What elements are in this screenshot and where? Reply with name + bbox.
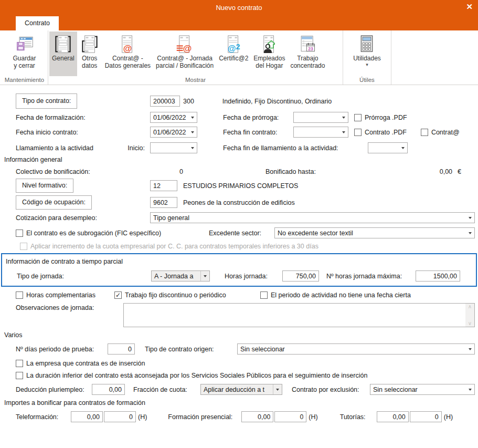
trabajo-fijo-label: Trabajo fijo discontinuo o periódico [125,291,260,299]
dropdown-arrow-icon[interactable] [465,384,474,394]
llamamiento-label: Llamamiento a la actividad [16,144,93,152]
dropdown-arrow-icon[interactable] [339,127,348,137]
cotizacion-combo[interactable]: Tipo general [150,212,475,223]
dropdown-arrow-icon[interactable] [465,213,474,223]
tipo-jornada-combo[interactable]: A - Jornada a [151,270,210,282]
save-icon [15,34,35,55]
horas-jornada-label: Horas jornada: [225,273,282,280]
tiempo-parcial-highlight-box: Información de contrato a tiempo parcial… [1,253,477,287]
dropdown-arrow-icon[interactable] [188,143,197,153]
dias-prueba-input[interactable] [108,343,135,355]
tutorias-horas-input[interactable] [410,411,442,422]
checkbox-trabajo-fijo[interactable]: ✓ [114,291,122,299]
fecha-inicio-label: Fecha inicio contrato: [0,129,150,136]
dropdown-arrow-icon[interactable] [398,143,407,153]
dropdown-arrow-icon[interactable] [200,271,209,281]
dropdown-arrow-icon[interactable] [465,344,474,354]
checkbox-horas-complementarias[interactable] [16,291,23,299]
dropdown-arrow-icon[interactable] [339,112,348,122]
formacion-presencial-importe-input[interactable] [241,411,273,422]
tipo-contrato-code-input[interactable] [150,96,180,107]
ribbon-button-contrata-datos-generales[interactable]: @ Contrat@ - Datos generales [102,32,153,76]
certifica2-icon: @ 2 [224,34,243,55]
contrata-jornada-icon: @ [175,34,195,55]
ribbon-button-contrata-jornada-parcial[interactable]: @ Contrat@ - Jornada parcial / Bonificac… [153,32,216,76]
deduccion-label: Deducción pluriempleo: [0,386,92,393]
tutorias-importe-input[interactable] [377,411,409,422]
dropdown-arrow-icon[interactable] [188,112,197,122]
save-and-close-button[interactable]: Guardar y cerrar [10,32,38,76]
dropdown-arrow-icon[interactable] [465,228,474,238]
contrata-datos-icon: @ [118,34,137,55]
ribbon-button-label: datos [82,62,97,69]
horas-jornada-input[interactable] [282,270,319,282]
nivel-formativo-desc: ESTUDIOS PRIMARIOS COMPLETOS [183,182,298,190]
fecha-formalizacion-combo[interactable]: 01/06/2022 [150,112,197,123]
utilidades-button[interactable]: Utilidades ▾ [350,32,384,76]
ribbon-button-label: y cerrar [14,62,35,69]
section-importes-bonificar: Importes a bonificar para contratos de f… [4,399,478,407]
codigo-ocupacion-button[interactable]: Código de ocupación: [16,195,92,210]
svg-text:@: @ [183,44,192,54]
nivel-formativo-button[interactable]: Nivel formativo: [16,179,73,193]
dropdown-arrow-icon[interactable] [273,384,282,394]
ribbon-button-general[interactable]: General [49,32,77,76]
checkbox-empresa-insercion[interactable] [16,360,23,367]
checkmark: ✓ [115,292,121,298]
checkbox-contrat-arroba[interactable] [421,129,428,136]
ribbon-button-label: Trabajo [297,55,318,62]
dias-prueba-label: Nº días periodo de prueba: [0,346,108,353]
ribbon-button-label: Guardar [13,55,36,62]
formacion-presencial-label: Formación presencial: [168,413,241,421]
excedente-combo[interactable]: No excedente sector textil [274,227,475,238]
nivel-formativo-input[interactable] [150,180,177,191]
checkbox-duracion-inferior[interactable] [16,372,23,379]
prorroga-pdf-label: Prórroga .PDF [365,114,407,121]
dropdown-arrow-icon[interactable] [188,127,197,137]
ribbon-button-label: concentrado [290,62,325,69]
contrat-arroba-label: Contrat@ [431,129,460,136]
ribbon-button-label: Empleados [253,55,285,62]
fecha-fin-combo[interactable] [293,127,348,138]
exclusion-combo[interactable]: Sin seleccionar [370,384,475,395]
scroll-up-icon[interactable]: ∧ [468,304,472,309]
section-informacion-general: Información general [4,156,478,163]
horas-maxima-input[interactable] [416,270,460,282]
tab-contrato[interactable]: Contrato [16,16,59,30]
ribbon-button-certifica2[interactable]: @ 2 Certific@2 [216,32,251,76]
bonificado-value: 0,00 [440,168,452,175]
tipo-jornada-label: Tipo de jornada: [2,273,151,280]
teleformacion-horas-input[interactable] [104,411,136,422]
checkbox-periodo-actividad[interactable] [260,291,268,299]
fecha-prorroga-combo[interactable] [293,112,348,123]
scroll-down-icon[interactable]: ∨ [468,321,472,326]
fraccion-combo[interactable]: Aplicar deducción a t [200,384,282,395]
svg-text:2: 2 [236,43,240,51]
trabajo-concentrado-icon: 23 [298,34,317,55]
ribbon-button-label: General [52,55,75,62]
textarea-scrollbar[interactable]: ∧ ∨ [465,304,474,327]
checkbox-contrato-pdf[interactable] [354,129,362,136]
checkbox-subrogacion[interactable] [16,230,23,237]
llamamiento-fin-combo[interactable] [368,142,408,153]
teleformacion-importe-input[interactable] [71,411,103,422]
contrato-origen-combo[interactable]: Sin seleccionar [237,343,475,355]
deduccion-input[interactable] [92,384,125,395]
fecha-inicio-combo[interactable]: 01/06/2022 [150,127,197,138]
tipo-jornada-value: A - Jornada a [152,273,200,280]
cotizacion-label: Cotización para desempleo: [0,214,150,222]
ribbon-button-otros-datos[interactable]: Otros datos [77,32,102,76]
tipo-contrato-button[interactable]: Tipo de contrato: [16,93,77,109]
ribbon-button-trabajo-concentrado[interactable]: 23 Trabajo concentrado [288,32,327,76]
codigo-ocupacion-input[interactable] [150,197,177,208]
checkbox-prorroga-pdf[interactable] [354,114,362,121]
formacion-presencial-horas-input[interactable] [274,411,306,422]
ribbon-button-empleados-hogar[interactable]: Empleados del Hogar [251,32,288,76]
window-title: Nuevo contrato [216,4,262,12]
close-icon[interactable]: ✕ [466,2,473,12]
observaciones-textarea[interactable] [124,304,465,327]
contrato-origen-value: Sin seleccionar [238,346,465,353]
llamamiento-inicio-combo[interactable] [150,142,197,153]
tab-strip: Contrato [0,15,478,30]
tutorias-label: Tutorías: [340,413,377,421]
